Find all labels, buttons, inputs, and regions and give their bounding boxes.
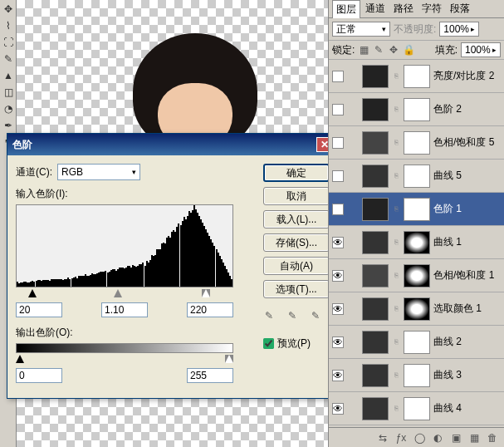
mask-thumbnail[interactable] bbox=[404, 165, 430, 188]
fill-field[interactable]: 100% ▸ bbox=[461, 42, 501, 57]
link-layers-icon[interactable]: ⇆ bbox=[376, 431, 389, 445]
visibility-toggle-icon[interactable]: 👁 bbox=[332, 237, 344, 248]
opacity-field[interactable]: 100% ▸ bbox=[439, 22, 479, 37]
layer-thumbnail[interactable] bbox=[362, 264, 389, 287]
new-group-icon[interactable]: ▣ bbox=[449, 431, 462, 445]
visibility-toggle-icon[interactable]: 👁 bbox=[332, 303, 344, 315]
tab-paragraph[interactable]: 段落 bbox=[447, 0, 473, 17]
pen-tool-icon[interactable]: ✒ bbox=[1, 118, 16, 133]
eraser-tool-icon[interactable]: ◫ bbox=[1, 85, 16, 100]
histogram bbox=[16, 204, 233, 287]
dialog-titlebar[interactable]: 色阶 ✕ bbox=[7, 134, 338, 155]
visibility-toggle-icon[interactable]: 👁 bbox=[332, 336, 344, 348]
mask-thumbnail[interactable] bbox=[404, 98, 430, 121]
tab-paths[interactable]: 路径 bbox=[390, 0, 417, 17]
channel-combobox[interactable]: RGB ▾ bbox=[57, 164, 140, 180]
stamp-tool-icon[interactable]: ▲ bbox=[1, 68, 16, 83]
layer-thumbnail[interactable] bbox=[362, 331, 389, 354]
load-button[interactable]: 载入(L)... bbox=[263, 210, 330, 228]
save-button[interactable]: 存储(S)... bbox=[263, 233, 330, 252]
output-black-field[interactable] bbox=[16, 368, 62, 383]
visibility-toggle-icon[interactable] bbox=[332, 71, 344, 82]
layer-thumbnail[interactable] bbox=[362, 98, 389, 121]
layer-row[interactable]: 👁 ⎘ 曲线 2 bbox=[329, 326, 504, 359]
layer-row[interactable]: ⎘ 曲线 5 bbox=[329, 160, 504, 193]
lock-position-icon[interactable]: ✥ bbox=[388, 44, 399, 56]
layer-row[interactable]: 👁 ⎘ 曲线 4 bbox=[329, 392, 504, 425]
lock-transparency-icon[interactable]: ▦ bbox=[358, 44, 369, 56]
options-button[interactable]: 选项(T)... bbox=[263, 280, 330, 298]
layer-thumbnail[interactable] bbox=[362, 165, 389, 188]
mask-thumbnail[interactable] bbox=[404, 131, 430, 155]
visibility-toggle-icon[interactable] bbox=[332, 137, 344, 149]
output-white-slider[interactable] bbox=[225, 355, 233, 363]
mask-thumbnail[interactable] bbox=[404, 198, 430, 221]
layer-row[interactable]: 👁 ⎘ 曲线 3 bbox=[329, 359, 504, 392]
layer-thumbnail[interactable] bbox=[362, 131, 389, 155]
input-black-field[interactable] bbox=[16, 302, 62, 317]
black-point-slider[interactable] bbox=[28, 289, 37, 297]
cancel-button[interactable]: 取消 bbox=[263, 187, 330, 205]
layer-name-label: 色相/饱和度 1 bbox=[433, 268, 501, 282]
layer-thumbnail[interactable] bbox=[362, 364, 389, 387]
move-tool-icon[interactable]: ✥ bbox=[1, 2, 16, 17]
visibility-toggle-icon[interactable]: 👁 bbox=[332, 403, 344, 415]
layer-row[interactable]: 👁 ⎘ 曲线 1 bbox=[329, 226, 504, 259]
tab-character[interactable]: 字符 bbox=[418, 0, 445, 17]
layer-thumbnail[interactable] bbox=[362, 198, 389, 221]
ok-button[interactable]: 确定 bbox=[263, 164, 330, 182]
blur-tool-icon[interactable]: ◔ bbox=[1, 101, 16, 116]
brush-tool-icon[interactable]: ✎ bbox=[1, 52, 16, 66]
crop-tool-icon[interactable]: ⛶ bbox=[1, 35, 16, 50]
mask-thumbnail[interactable] bbox=[404, 297, 430, 321]
layer-row[interactable]: ⎘ 色相/饱和度 5 bbox=[329, 126, 504, 160]
visibility-toggle-icon[interactable] bbox=[332, 170, 344, 182]
output-black-slider[interactable] bbox=[16, 355, 24, 363]
white-point-slider[interactable] bbox=[202, 289, 210, 297]
layer-name-label: 选取颜色 1 bbox=[433, 302, 501, 316]
layer-thumbnail[interactable] bbox=[362, 65, 389, 88]
blend-mode-select[interactable]: 正常 ▾ bbox=[332, 22, 390, 37]
mask-thumbnail[interactable] bbox=[404, 264, 430, 287]
preview-checkbox-row[interactable]: 预览(P) bbox=[263, 336, 330, 351]
layer-thumbnail[interactable] bbox=[362, 231, 389, 254]
layer-fx-icon[interactable]: ƒx bbox=[394, 431, 408, 445]
lock-pixels-icon[interactable]: ✎ bbox=[373, 44, 384, 56]
gamma-slider[interactable] bbox=[114, 289, 122, 297]
white-eyedropper-icon[interactable]: ✎ bbox=[311, 310, 328, 325]
auto-button[interactable]: 自动(A) bbox=[263, 257, 330, 275]
mask-thumbnail[interactable] bbox=[404, 397, 430, 420]
gray-eyedropper-icon[interactable]: ✎ bbox=[288, 310, 305, 325]
layer-row[interactable]: 👁 ⎘ 色阶 1 bbox=[329, 193, 504, 226]
mask-thumbnail[interactable] bbox=[404, 231, 430, 254]
visibility-toggle-icon[interactable]: 👁 bbox=[332, 370, 344, 381]
layer-thumbnail[interactable] bbox=[362, 297, 389, 321]
mask-thumbnail[interactable] bbox=[404, 65, 430, 88]
black-eyedropper-icon[interactable]: ✎ bbox=[265, 310, 281, 325]
delete-layer-icon[interactable]: 🗑 bbox=[486, 431, 499, 445]
input-white-field[interactable] bbox=[187, 302, 233, 317]
mask-thumbnail[interactable] bbox=[404, 364, 430, 387]
mask-thumbnail[interactable] bbox=[404, 331, 430, 354]
preview-checkbox[interactable] bbox=[263, 338, 274, 349]
new-adjustment-icon[interactable]: ◐ bbox=[431, 431, 444, 445]
visibility-toggle-icon[interactable]: 👁 bbox=[332, 204, 344, 215]
layers-list: ⎘ 亮度/对比度 2 ⎘ 色阶 2 ⎘ 色相/饱和度 5 ⎘ 曲线 5 👁 ⎘ … bbox=[329, 60, 504, 427]
layer-thumbnail[interactable] bbox=[362, 397, 389, 420]
visibility-toggle-icon[interactable]: 👁 bbox=[332, 270, 344, 282]
layer-row[interactable]: 👁 ⎘ 色相/饱和度 1 bbox=[329, 259, 504, 292]
link-icon: ⎘ bbox=[392, 139, 400, 146]
output-white-field[interactable] bbox=[187, 368, 233, 383]
layer-name-label: 曲线 3 bbox=[433, 368, 501, 382]
tab-channels[interactable]: 通道 bbox=[362, 0, 389, 17]
layer-row[interactable]: ⎘ 亮度/对比度 2 bbox=[329, 60, 504, 93]
lasso-tool-icon[interactable]: ⌇ bbox=[1, 18, 16, 33]
tab-layers[interactable]: 图层 bbox=[332, 0, 360, 18]
layer-row[interactable]: ⎘ 色阶 2 bbox=[329, 93, 504, 126]
layer-row[interactable]: 👁 ⎘ 选取颜色 1 bbox=[329, 292, 504, 326]
add-mask-icon[interactable]: ◯ bbox=[413, 431, 426, 445]
lock-all-icon[interactable]: 🔒 bbox=[403, 44, 414, 56]
new-layer-icon[interactable]: ▦ bbox=[467, 431, 481, 445]
input-gamma-field[interactable] bbox=[101, 302, 148, 317]
visibility-toggle-icon[interactable] bbox=[332, 104, 344, 115]
